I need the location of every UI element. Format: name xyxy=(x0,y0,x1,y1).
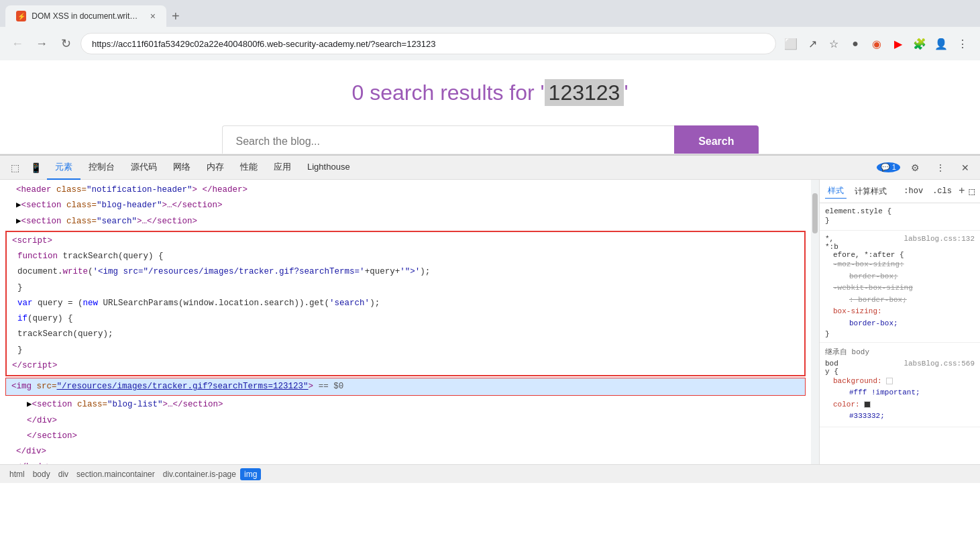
forward-button[interactable]: → xyxy=(32,34,51,53)
script-close-tag[interactable]: </script> xyxy=(7,358,804,374)
tab-title: DOM XSS in document.write s... xyxy=(32,11,142,21)
styles-prop-moz: -moz-box-sizing: border-box; xyxy=(825,259,975,282)
tag-header: <header class="notification-header"> </h… xyxy=(16,185,248,195)
address-bar-row: ← → ↻ ⬜ ↗ ☆ ● ◉ ▶ 🧩 👤 ⋮ xyxy=(0,27,980,60)
body-y: y { xyxy=(825,368,975,376)
youtube-icon[interactable]: ▶ xyxy=(889,34,908,53)
back-button[interactable]: ← xyxy=(8,34,27,53)
dom-line-blog-list[interactable]: ▶<section class="blog-list">…</section> xyxy=(0,397,811,413)
styles-prop-background: background: #fff !important; xyxy=(825,376,975,399)
reader-icon[interactable]: ● xyxy=(846,34,865,53)
body-rule-header: bod labsBlog.css:569 xyxy=(825,360,975,368)
tab-close-button[interactable]: × xyxy=(150,11,156,21)
toolbar-icons: ⬜ ↗ ☆ ● ◉ ▶ 🧩 👤 ⋮ xyxy=(781,34,972,53)
element-style-close: } xyxy=(825,217,975,225)
devtools-close-btn[interactable]: ✕ xyxy=(956,160,975,176)
devtools-body: <header class="notification-header"> </h… xyxy=(0,180,980,464)
breadcrumb-body[interactable]: body xyxy=(29,468,54,480)
tab-bar: ⚡ DOM XSS in document.write s... × + xyxy=(0,0,980,27)
dom-line-section-blog-header[interactable]: ▶<section class="blog-header">…</section… xyxy=(0,198,811,213)
inherited-label: 继承自 body xyxy=(825,347,975,357)
collapse-arrow-2[interactable]: ▶ xyxy=(16,217,21,226)
tab-memory[interactable]: 内存 xyxy=(199,156,232,180)
script-line-5: if(query) { xyxy=(7,311,804,327)
script-line-2: document.write('<img src="/resources/ima… xyxy=(7,264,804,280)
results-heading: 0 search results for '123123' xyxy=(13,80,967,105)
search-results-heading: 0 search results for '123123' xyxy=(0,60,980,119)
breadcrumb-div[interactable]: div xyxy=(54,468,72,480)
results-text-end: ' xyxy=(624,80,628,105)
script-line-4: var query = (new URLSearchParams(window.… xyxy=(7,296,804,311)
search-bar: Search xyxy=(222,125,759,154)
dom-line-section-close[interactable]: </section> xyxy=(0,429,811,444)
dom-line-body-close[interactable]: </body> xyxy=(0,460,811,464)
devtools-device-tool[interactable]: 📱 xyxy=(25,160,47,176)
translate-icon[interactable]: ⬜ xyxy=(781,34,800,53)
devtools-settings-btn[interactable]: ⚙ xyxy=(906,160,925,176)
script-open-tag[interactable]: <script> xyxy=(7,233,804,249)
breadcrumb-html[interactable]: html xyxy=(5,468,29,480)
tab-sources[interactable]: 源代码 xyxy=(123,156,165,180)
styles-tabs: 样式 计算样式 :hov .cls + ⬚ xyxy=(820,180,980,203)
styles-universal-rule: *, labsBlog.css:132 *:b efore, *:after {… xyxy=(820,231,980,343)
element-style-header: element.style { xyxy=(825,207,975,215)
styles-add-rule[interactable]: + xyxy=(959,185,965,197)
address-input[interactable] xyxy=(80,33,776,54)
script-line-3: } xyxy=(7,280,804,296)
universal-rule-sub: *:b xyxy=(825,243,975,251)
universal-rule-header: *, labsBlog.css:132 xyxy=(825,235,975,243)
devtools-more-btn[interactable]: ⋮ xyxy=(930,160,950,176)
reload-button[interactable]: ↻ xyxy=(56,34,75,53)
script-content: function trackSearch(query) { document.w… xyxy=(7,249,804,358)
profile-icon[interactable]: 👤 xyxy=(932,34,950,53)
extension-icon[interactable]: 🧩 xyxy=(910,34,929,53)
tab-network[interactable]: 网络 xyxy=(165,156,199,180)
script-line-7: } xyxy=(7,343,804,358)
new-tab-button[interactable]: + xyxy=(166,6,185,27)
styles-dock-btn[interactable]: ⬚ xyxy=(969,186,975,197)
menu-icon[interactable]: ⋮ xyxy=(953,34,972,53)
breadcrumb-div-container[interactable]: div.container.is-page xyxy=(159,468,240,480)
search-input[interactable] xyxy=(222,125,675,154)
search-button[interactable]: Search xyxy=(674,125,758,154)
dom-line-section-search[interactable]: ▶<section class="search">…</section> xyxy=(0,214,811,229)
dom-line-header[interactable]: <header class="notification-header"> </h… xyxy=(0,182,811,198)
devtools-tab-bar: ⬚ 📱 元素 控制台 源代码 网络 内存 性能 应用 Lighthouse 💬 … xyxy=(0,156,980,180)
script-block: <script> function trackSearch(query) { d… xyxy=(5,231,806,376)
styles-panel: 样式 计算样式 :hov .cls + ⬚ element.style { } … xyxy=(819,180,980,464)
styles-inherited-body: 继承自 body bod labsBlog.css:569 y { backgr… xyxy=(820,343,980,427)
tab-application[interactable]: 应用 xyxy=(266,156,299,180)
page-content: 0 search results for '123123' Search xyxy=(0,60,980,154)
styles-tab-computed[interactable]: 计算样式 xyxy=(852,184,889,199)
scrollbar-thumb[interactable] xyxy=(812,193,818,233)
browser-chrome: ⚡ DOM XSS in document.write s... × + ← →… xyxy=(0,0,980,60)
devtools-select-tool[interactable]: ⬚ xyxy=(5,160,25,176)
tab-favicon: ⚡ xyxy=(16,11,26,21)
dom-line-div-close[interactable]: </div> xyxy=(0,413,811,429)
tab-console[interactable]: 控制台 xyxy=(80,156,123,180)
search-bar-area: Search xyxy=(0,119,980,154)
dom-line-div-close2[interactable]: </div> xyxy=(0,444,811,460)
breadcrumb-img[interactable]: img xyxy=(240,468,261,480)
styles-prop-box-sizing: box-sizing: border-box; xyxy=(825,306,975,329)
styles-element-style: element.style { } xyxy=(820,203,980,231)
dom-panel-scrollbar[interactable] xyxy=(811,180,819,464)
console-badge: 💬 1 xyxy=(877,162,900,172)
collapse-arrow[interactable]: ▶ xyxy=(16,201,21,210)
dom-line-img-selected[interactable]: <img src="/resources/images/tracker.gif?… xyxy=(5,378,806,396)
styles-hov[interactable]: :hov xyxy=(901,185,926,197)
styles-tab-active[interactable]: 样式 xyxy=(825,184,847,199)
breadcrumb-section-maincontainer[interactable]: section.maincontainer xyxy=(72,468,159,480)
tab-elements[interactable]: 元素 xyxy=(47,156,80,180)
share-icon[interactable]: ↗ xyxy=(803,34,822,53)
tab-lighthouse[interactable]: Lighthouse xyxy=(299,156,358,178)
browser-tab[interactable]: ⚡ DOM XSS in document.write s... × xyxy=(5,5,166,27)
styles-cls[interactable]: .cls xyxy=(930,185,955,197)
dom-panel[interactable]: <header class="notification-header"> </h… xyxy=(0,180,811,464)
universal-rule-sub2: efore, *:after { xyxy=(825,251,975,259)
universal-rule-close: } xyxy=(825,330,975,338)
search-term-highlight: 123123 xyxy=(545,79,624,106)
bookmark-icon[interactable]: ☆ xyxy=(824,34,843,53)
devtools-panel: ⬚ 📱 元素 控制台 源代码 网络 内存 性能 应用 Lighthouse 💬 … xyxy=(0,154,980,483)
tab-performance[interactable]: 性能 xyxy=(232,156,266,180)
